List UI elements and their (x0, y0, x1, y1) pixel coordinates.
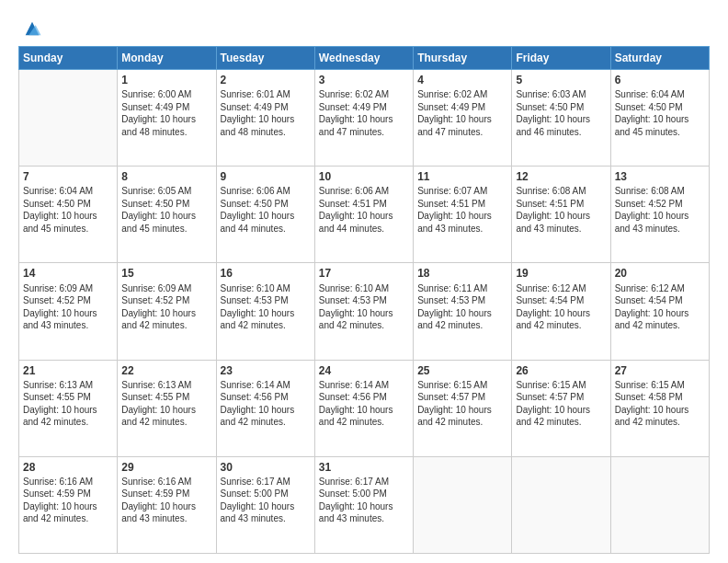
day-number: 4 (417, 73, 507, 87)
day-detail: Sunrise: 6:02 AMSunset: 4:49 PMDaylight:… (417, 88, 507, 138)
calendar-cell: 20Sunrise: 6:12 AMSunset: 4:54 PMDayligh… (610, 263, 709, 360)
calendar-cell: 26Sunrise: 6:15 AMSunset: 4:57 PMDayligh… (512, 360, 610, 456)
day-number: 25 (417, 363, 507, 378)
calendar-cell: 19Sunrise: 6:12 AMSunset: 4:54 PMDayligh… (512, 263, 610, 360)
calendar-cell: 16Sunrise: 6:10 AMSunset: 4:53 PMDayligh… (216, 263, 314, 360)
calendar-cell (414, 456, 512, 553)
day-number: 12 (516, 169, 606, 184)
weekday-header-sunday: Sunday (19, 47, 118, 70)
day-detail: Sunrise: 6:09 AMSunset: 4:52 PMDaylight:… (23, 282, 113, 332)
day-number: 16 (221, 266, 311, 281)
day-number: 6 (615, 73, 705, 87)
day-number: 3 (319, 73, 409, 87)
calendar-cell: 8Sunrise: 6:05 AMSunset: 4:50 PMDaylight… (118, 167, 216, 263)
calendar-cell: 9Sunrise: 6:06 AMSunset: 4:50 PMDaylight… (216, 167, 314, 263)
day-detail: Sunrise: 6:12 AMSunset: 4:54 PMDaylight:… (615, 282, 705, 332)
logo (18, 18, 42, 39)
day-detail: Sunrise: 6:10 AMSunset: 4:53 PMDaylight:… (319, 282, 409, 332)
calendar-cell: 1Sunrise: 6:00 AMSunset: 4:49 PMDaylight… (118, 70, 216, 167)
calendar-cell: 27Sunrise: 6:15 AMSunset: 4:58 PMDayligh… (610, 360, 709, 456)
page: SundayMondayTuesdayWednesdayThursdayFrid… (0, 0, 728, 563)
weekday-header-monday: Monday (118, 47, 216, 70)
day-number: 13 (615, 169, 705, 184)
calendar-cell: 4Sunrise: 6:02 AMSunset: 4:49 PMDaylight… (414, 70, 512, 167)
day-detail: Sunrise: 6:07 AMSunset: 4:51 PMDaylight:… (417, 185, 507, 235)
day-detail: Sunrise: 6:15 AMSunset: 4:58 PMDaylight:… (615, 379, 705, 429)
day-detail: Sunrise: 6:03 AMSunset: 4:50 PMDaylight:… (516, 88, 606, 138)
day-number: 22 (121, 363, 211, 378)
day-number: 23 (221, 363, 311, 378)
day-number: 21 (23, 363, 113, 378)
day-number: 2 (221, 73, 311, 87)
calendar-table: SundayMondayTuesdayWednesdayThursdayFrid… (18, 46, 710, 554)
day-number: 26 (516, 363, 606, 378)
calendar-cell: 24Sunrise: 6:14 AMSunset: 4:56 PMDayligh… (314, 360, 413, 456)
day-number: 31 (319, 460, 409, 475)
day-number: 1 (121, 73, 211, 87)
calendar-cell: 18Sunrise: 6:11 AMSunset: 4:53 PMDayligh… (414, 263, 512, 360)
day-detail: Sunrise: 6:08 AMSunset: 4:52 PMDaylight:… (615, 185, 705, 235)
weekday-header-thursday: Thursday (414, 47, 512, 70)
day-detail: Sunrise: 6:17 AMSunset: 5:00 PMDaylight:… (221, 476, 311, 525)
week-row-3: 14Sunrise: 6:09 AMSunset: 4:52 PMDayligh… (19, 263, 710, 360)
calendar-cell: 6Sunrise: 6:04 AMSunset: 4:50 PMDaylight… (610, 70, 709, 167)
day-detail: Sunrise: 6:13 AMSunset: 4:55 PMDaylight:… (23, 379, 113, 429)
day-number: 10 (319, 169, 409, 184)
week-row-1: 1Sunrise: 6:00 AMSunset: 4:49 PMDaylight… (19, 70, 710, 167)
day-detail: Sunrise: 6:02 AMSunset: 4:49 PMDaylight:… (319, 88, 409, 138)
day-detail: Sunrise: 6:15 AMSunset: 4:57 PMDaylight:… (516, 379, 606, 429)
day-number: 15 (121, 266, 211, 281)
calendar-cell: 12Sunrise: 6:08 AMSunset: 4:51 PMDayligh… (512, 167, 610, 263)
day-detail: Sunrise: 6:12 AMSunset: 4:54 PMDaylight:… (516, 282, 606, 332)
calendar-cell (512, 456, 610, 553)
day-number: 27 (615, 363, 705, 378)
calendar-cell: 13Sunrise: 6:08 AMSunset: 4:52 PMDayligh… (610, 167, 709, 263)
calendar-cell: 30Sunrise: 6:17 AMSunset: 5:00 PMDayligh… (216, 456, 314, 553)
day-detail: Sunrise: 6:16 AMSunset: 4:59 PMDaylight:… (121, 476, 211, 525)
day-number: 8 (121, 169, 211, 184)
day-detail: Sunrise: 6:13 AMSunset: 4:55 PMDaylight:… (121, 379, 211, 429)
day-detail: Sunrise: 6:14 AMSunset: 4:56 PMDaylight:… (221, 379, 311, 429)
header (18, 15, 710, 39)
weekday-header-saturday: Saturday (610, 47, 709, 70)
calendar-cell: 29Sunrise: 6:16 AMSunset: 4:59 PMDayligh… (118, 456, 216, 553)
day-number: 9 (221, 169, 311, 184)
logo-icon (22, 18, 42, 39)
calendar-cell: 21Sunrise: 6:13 AMSunset: 4:55 PMDayligh… (19, 360, 118, 456)
day-detail: Sunrise: 6:17 AMSunset: 5:00 PMDaylight:… (319, 476, 409, 525)
day-detail: Sunrise: 6:15 AMSunset: 4:57 PMDaylight:… (417, 379, 507, 429)
day-detail: Sunrise: 6:04 AMSunset: 4:50 PMDaylight:… (615, 88, 705, 138)
day-detail: Sunrise: 6:09 AMSunset: 4:52 PMDaylight:… (121, 282, 211, 332)
weekday-header-wednesday: Wednesday (314, 47, 413, 70)
day-number: 5 (516, 73, 606, 87)
calendar-cell: 14Sunrise: 6:09 AMSunset: 4:52 PMDayligh… (19, 263, 118, 360)
calendar-cell: 17Sunrise: 6:10 AMSunset: 4:53 PMDayligh… (314, 263, 413, 360)
day-detail: Sunrise: 6:11 AMSunset: 4:53 PMDaylight:… (417, 282, 507, 332)
calendar-cell: 23Sunrise: 6:14 AMSunset: 4:56 PMDayligh… (216, 360, 314, 456)
day-detail: Sunrise: 6:00 AMSunset: 4:49 PMDaylight:… (121, 88, 211, 138)
calendar-cell: 2Sunrise: 6:01 AMSunset: 4:49 PMDaylight… (216, 70, 314, 167)
day-number: 14 (23, 266, 113, 281)
day-detail: Sunrise: 6:08 AMSunset: 4:51 PMDaylight:… (516, 185, 606, 235)
calendar-cell: 15Sunrise: 6:09 AMSunset: 4:52 PMDayligh… (118, 263, 216, 360)
day-number: 20 (615, 266, 705, 281)
calendar-cell: 7Sunrise: 6:04 AMSunset: 4:50 PMDaylight… (19, 167, 118, 263)
week-row-5: 28Sunrise: 6:16 AMSunset: 4:59 PMDayligh… (19, 456, 710, 553)
week-row-4: 21Sunrise: 6:13 AMSunset: 4:55 PMDayligh… (19, 360, 710, 456)
calendar-cell: 5Sunrise: 6:03 AMSunset: 4:50 PMDaylight… (512, 70, 610, 167)
day-detail: Sunrise: 6:16 AMSunset: 4:59 PMDaylight:… (23, 476, 113, 525)
day-number: 17 (319, 266, 409, 281)
day-detail: Sunrise: 6:06 AMSunset: 4:50 PMDaylight:… (221, 185, 311, 235)
day-detail: Sunrise: 6:05 AMSunset: 4:50 PMDaylight:… (121, 185, 211, 235)
week-row-2: 7Sunrise: 6:04 AMSunset: 4:50 PMDaylight… (19, 167, 710, 263)
day-detail: Sunrise: 6:10 AMSunset: 4:53 PMDaylight:… (221, 282, 311, 332)
day-number: 19 (516, 266, 606, 281)
day-number: 7 (23, 169, 113, 184)
calendar-cell: 10Sunrise: 6:06 AMSunset: 4:51 PMDayligh… (314, 167, 413, 263)
weekday-header-row: SundayMondayTuesdayWednesdayThursdayFrid… (19, 47, 710, 70)
day-number: 28 (23, 460, 113, 475)
calendar-cell: 3Sunrise: 6:02 AMSunset: 4:49 PMDaylight… (314, 70, 413, 167)
calendar-cell: 11Sunrise: 6:07 AMSunset: 4:51 PMDayligh… (414, 167, 512, 263)
day-detail: Sunrise: 6:04 AMSunset: 4:50 PMDaylight:… (23, 185, 113, 235)
day-number: 11 (417, 169, 507, 184)
